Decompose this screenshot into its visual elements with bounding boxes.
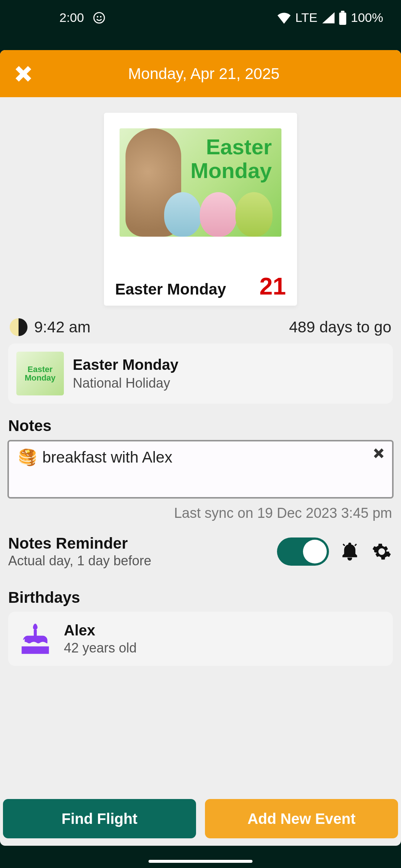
- add-new-event-button[interactable]: Add New Event: [205, 799, 398, 838]
- holiday-thumbnail: Easter Monday: [16, 352, 64, 395]
- hero-image-text: Easter Monday: [190, 135, 272, 183]
- notes-input[interactable]: 🥞 breakfast with Alex: [7, 440, 394, 499]
- close-icon: [14, 65, 33, 83]
- birthday-card[interactable]: Alex 42 years old: [8, 612, 393, 666]
- svg-point-2: [100, 16, 101, 17]
- reminder-title: Notes Reminder: [8, 535, 267, 552]
- battery-label: 100%: [351, 10, 383, 25]
- birthday-age: 42 years old: [64, 640, 137, 656]
- header-title: Monday, Apr 21, 2025: [40, 65, 368, 83]
- alarm-button[interactable]: [339, 540, 361, 563]
- status-time: 2:00: [59, 10, 84, 25]
- reminder-toggle[interactable]: [277, 537, 329, 566]
- close-icon: [372, 447, 385, 460]
- notes-text: breakfast with Alex: [42, 448, 172, 466]
- hero-day-number: 21: [260, 274, 286, 298]
- app-panel: Monday, Apr 21, 2025 Easter Monday Easte…: [0, 50, 401, 846]
- holiday-title: Easter Monday: [73, 356, 179, 373]
- hero-card[interactable]: Easter Monday Easter Monday 21: [104, 113, 297, 306]
- reminder-settings-button[interactable]: [371, 540, 393, 563]
- last-sync-text: Last sync on 19 Dec 2023 3:45 pm: [0, 499, 401, 521]
- bell-icon: [340, 542, 360, 562]
- svg-point-1: [97, 16, 98, 17]
- hero-holiday-name: Easter Monday: [115, 280, 226, 298]
- holiday-subtitle: National Holiday: [73, 375, 179, 391]
- pancakes-icon: 🥞: [18, 448, 37, 466]
- moon-phase-icon: [10, 318, 27, 336]
- clear-note-button[interactable]: [372, 447, 385, 461]
- battery-icon: [338, 11, 347, 25]
- day-info-row: 9:42 am 489 days to go: [0, 306, 401, 343]
- status-bar: 2:00 LTE 100%: [0, 0, 401, 35]
- notes-section-title: Notes: [0, 404, 401, 440]
- header-bar: Monday, Apr 21, 2025: [0, 50, 401, 97]
- reminder-subtitle: Actual day, 1 day before: [8, 553, 267, 569]
- holiday-card[interactable]: Easter Monday Easter Monday National Hol…: [8, 343, 393, 404]
- notification-dot-icon: [93, 11, 105, 24]
- signal-icon: [321, 12, 335, 24]
- hero-image: Easter Monday: [120, 128, 281, 237]
- svg-point-0: [94, 12, 104, 23]
- birthday-name: Alex: [64, 622, 137, 639]
- network-label: LTE: [295, 10, 317, 25]
- find-flight-button[interactable]: Find Flight: [3, 799, 196, 838]
- moonrise-time: 9:42 am: [34, 318, 91, 336]
- notes-reminder-row: Notes Reminder Actual day, 1 day before: [0, 521, 401, 575]
- close-button[interactable]: [7, 57, 40, 91]
- bottom-action-bar: Find Flight Add New Event: [3, 799, 398, 838]
- home-indicator[interactable]: [149, 860, 252, 863]
- gear-icon: [372, 542, 392, 562]
- wifi-icon: [277, 12, 291, 24]
- birthday-cake-icon: [17, 621, 53, 657]
- svg-rect-3: [339, 12, 346, 24]
- days-remaining: 489 days to go: [289, 318, 391, 336]
- birthdays-section-title: Birthdays: [0, 575, 401, 612]
- svg-rect-4: [341, 11, 345, 13]
